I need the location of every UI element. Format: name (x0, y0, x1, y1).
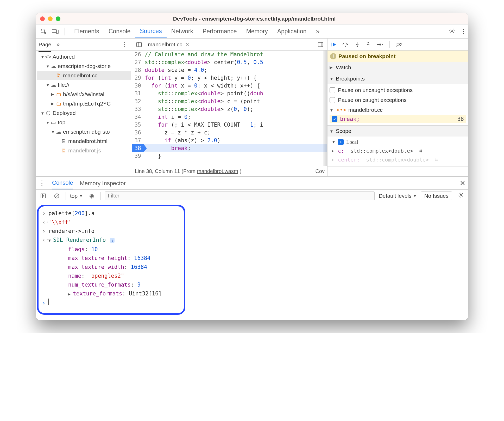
issues-button[interactable]: No Issues (421, 191, 452, 200)
breakpoint-file-row[interactable]: ▼<•>mandelbrot.cc (330, 105, 466, 115)
pause-caught-checkbox[interactable]: Pause on caught exceptions (330, 95, 466, 105)
debugger-pane: i Paused on breakpoint ▶Watch ▼Breakpoin… (327, 39, 468, 176)
step-out-icon[interactable] (366, 41, 371, 48)
tree-folder[interactable]: ▶🗀b/s/w/ir/x/w/install (37, 90, 131, 99)
code-line[interactable]: 28double scale = 4.0; (132, 66, 327, 74)
drawer-tab-memory-inspector[interactable]: Memory Inspector (80, 177, 126, 189)
device-toolbar-icon[interactable] (51, 27, 60, 36)
tree-folder[interactable]: ▶🗀tmp/tmp.ELcTq2YC (37, 99, 131, 108)
tree-group-authored[interactable]: ▼<>Authored (37, 52, 131, 61)
drawer-menu-icon[interactable]: ⋮ (39, 179, 45, 187)
deactivate-breakpoints-icon[interactable] (396, 42, 403, 47)
tree-frame-top[interactable]: ▼▭top (37, 118, 131, 127)
svg-point-16 (382, 44, 383, 45)
step-into-icon[interactable] (355, 41, 360, 48)
scope-var-row[interactable]: ▶c: std::complex<double> ⌗ (329, 146, 466, 155)
tab-application[interactable]: Application (273, 24, 311, 38)
console-settings-icon[interactable] (456, 192, 465, 200)
minimize-window-button[interactable] (48, 16, 53, 21)
drawer-tab-console[interactable]: Console (52, 177, 73, 189)
tree-file-js[interactable]: ▼🗎mandelbrot.js (37, 146, 131, 155)
tree-file-html[interactable]: ▼🗎mandelbrot.html (37, 137, 131, 146)
navigator-more-icon[interactable]: » (54, 41, 62, 48)
settings-icon[interactable] (447, 28, 457, 35)
console-prompt[interactable]: › (42, 299, 180, 307)
console-object-field: num_texture_formats: 9 (42, 280, 180, 289)
info-icon: i (330, 53, 336, 59)
zoom-window-button[interactable] (56, 16, 60, 21)
code-line[interactable]: 33 std::complex<double> z(0, 0); (132, 105, 327, 113)
tree-group-deployed[interactable]: ▼⬡Deployed (37, 108, 131, 118)
console-sidebar-icon[interactable] (39, 191, 48, 201)
tab-sources[interactable]: Sources (135, 24, 166, 38)
close-drawer-icon[interactable]: ✕ (460, 177, 465, 189)
live-expression-icon[interactable]: ◉ (87, 191, 96, 201)
code-line[interactable]: 30 for (int x = 0; x < width; x++) { (132, 82, 327, 90)
log-levels-selector[interactable]: Default levels ▼ (379, 193, 417, 199)
section-scope-header[interactable]: ▼Scope (327, 126, 468, 137)
code-line[interactable]: 39 } (132, 152, 327, 160)
scope-var-row[interactable]: ▶center: std::complex<double> ⌗ (329, 155, 466, 164)
navigator-pane: Page » ⋮ ▼<>Authored ▼☁emscripten-dbg-st… (36, 39, 132, 176)
code-line[interactable]: 26// Calculate and draw the Mandelbrot (132, 51, 327, 58)
tab-console[interactable]: Console (104, 24, 135, 38)
code-line[interactable]: 31 std::complex<double> point((doub (132, 90, 327, 97)
code-line[interactable]: 29for (int y = 0; y < height; y++) { (132, 74, 327, 82)
code-line[interactable]: 27std::complex<double> center(0.5, 0.5 (132, 58, 327, 66)
source-map-link[interactable]: mandelbrot.wasm (197, 168, 238, 174)
more-tabs-icon[interactable]: » (313, 27, 322, 35)
info-badge-icon[interactable]: i (110, 238, 115, 243)
breakpoint-line: 38 (457, 116, 464, 122)
breakpoint-entry[interactable]: ✓ break; 38 (330, 115, 466, 123)
tree-origin[interactable]: ▼☁emscripten-dbg-sto (37, 127, 131, 137)
console-object-field[interactable]: ▶ texture_formats: Uint32[16] (42, 289, 180, 299)
paused-banner: i Paused on breakpoint (327, 51, 468, 62)
clear-console-icon[interactable] (52, 191, 61, 201)
console-output-row[interactable]: ‹·▼ SDL_RendererInfo i (42, 236, 180, 245)
cloud-icon: ☁ (51, 63, 56, 69)
code-line[interactable]: 34 int i = 0; (132, 113, 327, 121)
breakpoint-checkbox[interactable]: ✓ (332, 116, 337, 122)
navigator-tab-page[interactable]: Page (39, 41, 51, 52)
toggle-navigator-icon[interactable] (134, 40, 144, 49)
tree-origin-file[interactable]: ▼☁file:// (37, 80, 131, 90)
inspect-element-icon[interactable] (39, 27, 48, 36)
tab-memory[interactable]: Memory (242, 24, 273, 38)
close-tab-icon[interactable]: ✕ (185, 42, 189, 47)
editor-status-bar: Line 38, Column 11 (From mandelbrot.wasm… (132, 166, 327, 176)
toggle-sidebar-icon[interactable] (316, 40, 325, 49)
code-line[interactable]: 36 z = z * z + c; (132, 129, 327, 137)
memory-icon[interactable]: ⌗ (419, 148, 422, 154)
code-line[interactable]: 37 if (abs(z) > 2.0) (132, 137, 327, 144)
local-badge-icon: L (338, 139, 344, 145)
section-breakpoints-header[interactable]: ▼Breakpoints (327, 73, 468, 84)
tab-elements[interactable]: Elements (70, 24, 104, 38)
editor-tab-mandelbrot-cc[interactable]: mandelbrot.cc✕ (146, 41, 191, 48)
scope-local-header[interactable]: ▼LLocal (329, 138, 466, 146)
tree-origin[interactable]: ▼☁emscripten-dbg-storie (37, 61, 131, 71)
code-line[interactable]: 35 for (; i < MAX_ITER_COUNT - 1; i (132, 121, 327, 129)
navigator-menu-icon[interactable]: ⋮ (120, 41, 129, 48)
source-badge-icon: <•> (336, 107, 346, 113)
pause-uncaught-checkbox[interactable]: Pause on uncaught exceptions (330, 85, 466, 95)
code-line[interactable]: 38 break; (132, 144, 327, 152)
close-window-button[interactable] (40, 16, 45, 21)
code-line[interactable]: 32 std::complex<double> c = (point (132, 97, 327, 105)
section-watch-header[interactable]: ▶Watch (327, 62, 468, 73)
context-selector[interactable]: top ▼ (70, 193, 83, 199)
resume-icon[interactable] (331, 42, 336, 47)
console-filter-input[interactable] (105, 191, 375, 200)
step-icon[interactable] (376, 42, 383, 47)
step-over-icon[interactable] (342, 42, 349, 47)
main-tab-strip: ElementsConsoleSourcesNetworkPerformance… (36, 24, 468, 39)
memory-icon[interactable]: ⌗ (435, 157, 438, 163)
cube-icon: ⬡ (45, 110, 51, 116)
source-code[interactable]: 26// Calculate and draw the Mandelbrot27… (132, 51, 327, 166)
frame-icon: ▭ (51, 119, 56, 126)
tree-file-mandelbrot-cc[interactable]: ▼🗎mandelbrot.cc (37, 71, 131, 80)
kebab-menu-icon[interactable]: ⋮ (459, 28, 468, 35)
tab-performance[interactable]: Performance (198, 24, 242, 38)
sources-panel: Page » ⋮ ▼<>Authored ▼☁emscripten-dbg-st… (36, 39, 468, 177)
tab-network[interactable]: Network (167, 24, 198, 38)
console-toolbar: top ▼ ◉ Default levels ▼ No Issues (36, 190, 468, 202)
